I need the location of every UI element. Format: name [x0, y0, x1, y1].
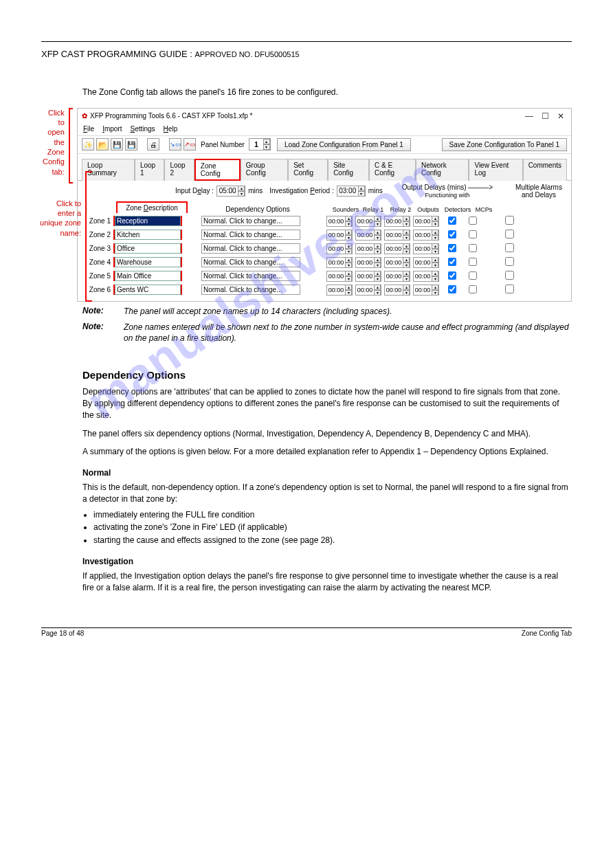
open-icon[interactable]: 📂: [96, 138, 109, 151]
sounders-spinner[interactable]: ▴▾: [326, 243, 353, 254]
dependency-input[interactable]: [201, 216, 300, 226]
tab-site-config[interactable]: Site Config: [328, 159, 369, 181]
save-icon[interactable]: 💾: [111, 138, 123, 151]
relay2-spinner[interactable]: ▴▾: [384, 271, 410, 282]
detectors-checkbox[interactable]: [448, 285, 456, 293]
relay1-input[interactable]: [356, 218, 374, 225]
panel-number-spinner[interactable]: ▴▾: [249, 138, 271, 151]
relay2-spinner[interactable]: ▴▾: [384, 230, 410, 241]
input-delay-input[interactable]: [217, 187, 238, 194]
multiple-alarms-checkbox[interactable]: [505, 216, 514, 225]
dependency-input[interactable]: [201, 230, 300, 240]
zone-description-input[interactable]: [115, 257, 181, 267]
mcps-checkbox[interactable]: [469, 258, 477, 266]
outputs-spinner[interactable]: ▴▾: [413, 230, 439, 241]
minimize-button[interactable]: —: [525, 111, 533, 121]
load-config-button[interactable]: Load Zone Configuration From Panel 1: [277, 138, 411, 151]
outputs-spinner[interactable]: ▴▾: [413, 271, 439, 282]
menu-help[interactable]: Help: [164, 125, 178, 133]
relay2-spinner[interactable]: ▴▾: [384, 243, 410, 254]
sounders-spinner[interactable]: ▴▾: [326, 216, 353, 227]
detectors-checkbox[interactable]: [448, 230, 456, 238]
relay1-spinner[interactable]: ▴▾: [355, 271, 381, 282]
tab-set-config[interactable]: Set Config: [288, 159, 328, 181]
relay1-input[interactable]: [356, 287, 374, 293]
multiple-alarms-checkbox[interactable]: [505, 243, 514, 252]
multiple-alarms-checkbox[interactable]: [505, 257, 514, 266]
mcps-checkbox[interactable]: [469, 244, 477, 252]
download-icon[interactable]: ↘▭: [169, 138, 181, 151]
outputs-input[interactable]: [414, 259, 432, 266]
tab-zone-config[interactable]: Zone Config: [194, 159, 241, 181]
relay2-spinner[interactable]: ▴▾: [384, 216, 410, 227]
multiple-alarms-checkbox[interactable]: [505, 271, 514, 280]
sounders-input[interactable]: [327, 259, 345, 266]
relay1-input[interactable]: [356, 245, 374, 252]
menu-file[interactable]: File: [83, 125, 94, 133]
tab-c-e-config[interactable]: C & E Config: [369, 159, 416, 181]
menu-import[interactable]: Import: [102, 125, 122, 133]
outputs-spinner[interactable]: ▴▾: [413, 285, 439, 296]
spin-down-icon[interactable]: ▾: [263, 144, 270, 150]
outputs-input[interactable]: [414, 232, 432, 238]
zone-description-input[interactable]: [115, 230, 181, 240]
outputs-input[interactable]: [414, 287, 432, 293]
tab-loop-1[interactable]: Loop 1: [135, 159, 164, 181]
close-button[interactable]: ✕: [557, 111, 564, 121]
outputs-spinner[interactable]: ▴▾: [413, 257, 439, 268]
relay1-spinner[interactable]: ▴▾: [355, 216, 381, 227]
detectors-checkbox[interactable]: [448, 271, 456, 280]
menu-settings[interactable]: Settings: [130, 125, 155, 133]
mcps-checkbox[interactable]: [469, 285, 477, 293]
sounders-input[interactable]: [327, 273, 345, 280]
sounders-input[interactable]: [327, 287, 345, 293]
detectors-checkbox[interactable]: [448, 216, 456, 225]
relay1-spinner[interactable]: ▴▾: [355, 257, 381, 268]
maximize-button[interactable]: ☐: [542, 111, 549, 121]
sounders-spinner[interactable]: ▴▾: [326, 285, 353, 296]
multiple-alarms-checkbox[interactable]: [505, 285, 514, 293]
new-icon[interactable]: ✨: [82, 138, 94, 151]
relay2-spinner[interactable]: ▴▾: [384, 257, 410, 268]
outputs-spinner[interactable]: ▴▾: [413, 243, 439, 254]
zone-description-input[interactable]: [115, 285, 181, 295]
outputs-input[interactable]: [414, 245, 432, 252]
print-icon[interactable]: 🖨: [147, 138, 159, 151]
tab-group-config[interactable]: Group Config: [241, 159, 288, 181]
relay1-spinner[interactable]: ▴▾: [355, 230, 381, 241]
tab-loop-2[interactable]: Loop 2: [164, 159, 194, 181]
relay1-input[interactable]: [356, 273, 374, 280]
zone-description-input[interactable]: [115, 243, 181, 254]
investigation-period-input[interactable]: [337, 187, 358, 194]
outputs-spinner[interactable]: ▴▾: [413, 216, 439, 227]
upload-icon[interactable]: ↗▭: [183, 138, 196, 151]
tab-view-event-log[interactable]: View Event Log: [469, 159, 522, 181]
relay1-spinner[interactable]: ▴▾: [355, 243, 381, 254]
detectors-checkbox[interactable]: [448, 258, 456, 266]
relay1-input[interactable]: [356, 259, 374, 266]
outputs-input[interactable]: [414, 218, 432, 225]
mcps-checkbox[interactable]: [469, 230, 477, 238]
relay2-spinner[interactable]: ▴▾: [384, 285, 410, 296]
panel-number-input[interactable]: [249, 141, 263, 148]
relay1-spinner[interactable]: ▴▾: [355, 285, 381, 296]
sounders-spinner[interactable]: ▴▾: [326, 230, 353, 241]
dependency-input[interactable]: [201, 271, 300, 281]
save-config-button[interactable]: Save Zone Configuration To Panel 1: [442, 138, 567, 151]
zone-description-input[interactable]: [115, 271, 181, 281]
relay2-input[interactable]: [385, 232, 403, 238]
dependency-input[interactable]: [201, 285, 300, 295]
detectors-checkbox[interactable]: [448, 244, 456, 252]
tab-comments[interactable]: Comments: [523, 159, 567, 181]
tab-network-config[interactable]: Network Config: [416, 159, 469, 181]
investigation-period-spinner[interactable]: ▴▾: [337, 186, 366, 197]
relay2-input[interactable]: [385, 218, 403, 225]
dependency-input[interactable]: [201, 257, 300, 267]
dependency-input[interactable]: [201, 243, 300, 254]
spin-up-icon[interactable]: ▴: [263, 139, 270, 144]
relay2-input[interactable]: [385, 287, 403, 293]
save-as-icon[interactable]: 💾: [125, 138, 137, 151]
mcps-checkbox[interactable]: [469, 271, 477, 280]
sounders-input[interactable]: [327, 218, 345, 225]
mcps-checkbox[interactable]: [469, 216, 477, 225]
